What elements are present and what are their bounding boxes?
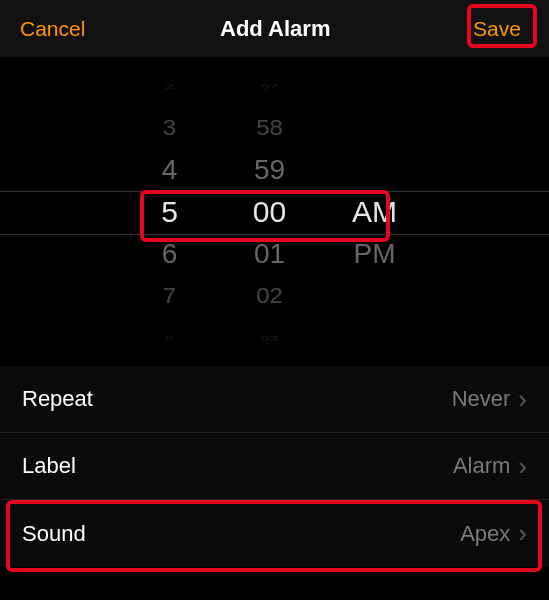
minute-wheel[interactable]: 57 58 59 00 01 02 03 bbox=[235, 65, 305, 359]
label-row[interactable]: Label Alarm › bbox=[0, 433, 549, 500]
hour-option[interactable]: 6 bbox=[162, 233, 178, 275]
sound-label: Sound bbox=[22, 521, 86, 547]
repeat-value: Never bbox=[452, 386, 511, 412]
hour-option[interactable]: 3 bbox=[163, 109, 176, 147]
page-title: Add Alarm bbox=[220, 16, 330, 42]
minute-option[interactable]: 58 bbox=[256, 109, 283, 147]
save-button[interactable]: Save bbox=[465, 13, 529, 45]
add-alarm-screen: Cancel Add Alarm Save 2 3 4 5 6 7 8 57 5… bbox=[0, 0, 549, 600]
chevron-right-icon: › bbox=[518, 384, 527, 415]
ampm-wheel[interactable]: . . . AM PM . . bbox=[335, 65, 415, 359]
hour-option[interactable]: 4 bbox=[162, 149, 178, 191]
minute-option[interactable]: 01 bbox=[254, 233, 285, 275]
header-bar: Cancel Add Alarm Save bbox=[0, 0, 549, 58]
ampm-selected[interactable]: AM bbox=[352, 191, 397, 233]
label-label: Label bbox=[22, 453, 76, 479]
hour-selected[interactable]: 5 bbox=[161, 191, 178, 233]
repeat-label: Repeat bbox=[22, 386, 93, 412]
minute-option[interactable]: 57 bbox=[261, 76, 279, 97]
cancel-button[interactable]: Cancel bbox=[20, 17, 85, 41]
hour-option[interactable]: 8 bbox=[165, 328, 174, 349]
alarm-settings-list: Repeat Never › Label Alarm › Sound Apex … bbox=[0, 366, 549, 567]
hour-option[interactable]: 2 bbox=[165, 76, 174, 97]
sound-row[interactable]: Sound Apex › bbox=[0, 500, 549, 567]
sound-value: Apex bbox=[460, 521, 510, 547]
chevron-right-icon: › bbox=[518, 518, 527, 549]
ampm-option[interactable]: PM bbox=[354, 233, 396, 275]
minute-selected[interactable]: 00 bbox=[253, 191, 286, 233]
minute-option[interactable]: 59 bbox=[254, 149, 285, 191]
time-picker: 2 3 4 5 6 7 8 57 58 59 00 01 02 03 . . . bbox=[0, 58, 549, 366]
repeat-row[interactable]: Repeat Never › bbox=[0, 366, 549, 433]
hour-wheel[interactable]: 2 3 4 5 6 7 8 bbox=[135, 65, 205, 359]
minute-option[interactable]: 03 bbox=[261, 328, 279, 349]
label-value: Alarm bbox=[453, 453, 510, 479]
chevron-right-icon: › bbox=[518, 451, 527, 482]
hour-option[interactable]: 7 bbox=[163, 277, 176, 315]
minute-option[interactable]: 02 bbox=[256, 277, 283, 315]
